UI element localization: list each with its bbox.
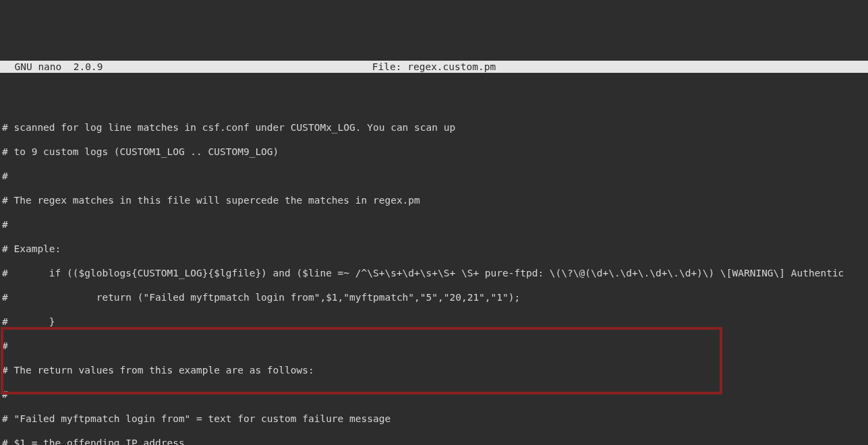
code-line: # bbox=[2, 340, 866, 352]
highlight-rectangle bbox=[1, 327, 722, 394]
code-line: # The regex matches in this file will su… bbox=[2, 194, 866, 206]
code-line: # $1 = the offending IP address bbox=[2, 437, 866, 445]
code-line: # The return values from this example ar… bbox=[2, 364, 866, 376]
code-line: # } bbox=[2, 316, 866, 328]
code-line: # bbox=[2, 388, 866, 400]
nano-title-center: File: regex.custom.pm bbox=[290, 61, 577, 73]
nano-titlebar: GNU nano 2.0.9 File: regex.custom.pm bbox=[0, 61, 868, 73]
nano-title-left: GNU nano 2.0.9 bbox=[3, 61, 290, 73]
code-line: # "Failed myftpmatch login from" = text … bbox=[2, 413, 866, 425]
code-line: # bbox=[2, 170, 866, 182]
code-line: # bbox=[2, 218, 866, 231]
code-line: # Example: bbox=[2, 243, 866, 255]
code-line: # return ("Failed myftpmatch login from"… bbox=[2, 291, 866, 303]
editor-content[interactable]: # scanned for log line matches in csf.co… bbox=[0, 97, 868, 445]
code-line: # scanned for log line matches in csf.co… bbox=[2, 121, 866, 134]
code-line: # to 9 custom logs (CUSTOM1_LOG .. CUSTO… bbox=[2, 146, 866, 158]
nano-title-right bbox=[578, 61, 865, 73]
code-line: # if (($globlogs{CUSTOM1_LOG}{$lgfile}) … bbox=[2, 267, 866, 279]
